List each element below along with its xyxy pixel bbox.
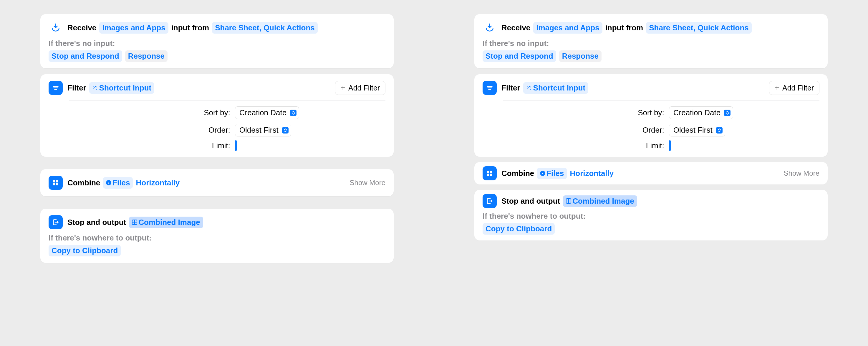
no-input-response-token[interactable]: Response xyxy=(125,50,167,62)
output-fallback-token[interactable]: Copy to Clipboard xyxy=(483,223,555,235)
no-input-response-token[interactable]: Response xyxy=(559,50,601,62)
sort-by-label: Sort by: xyxy=(638,108,664,117)
combine-mode-token[interactable]: Horizontally xyxy=(570,168,614,179)
filter-form: Sort by:Creation DateOrder:Oldest FirstL… xyxy=(49,106,385,150)
plus-icon: + xyxy=(775,84,779,92)
no-input-action-token[interactable]: Stop and Respond xyxy=(483,50,556,62)
combine-files-token[interactable]: •Files xyxy=(103,177,133,189)
filter-header-row: FilterShortcut Input+Add Filter xyxy=(49,81,385,95)
filter-card[interactable]: FilterShortcut Input+Add FilterSort by:C… xyxy=(474,74,828,157)
output-card[interactable]: Stop and outputCombined ImageIf there's … xyxy=(40,209,394,263)
filter-title: Filter xyxy=(67,83,86,92)
nowhere-output-label: If there's nowhere to output: xyxy=(49,233,385,242)
filter-form: Sort by:Creation DateOrder:Oldest FirstL… xyxy=(483,106,819,150)
variable-dot-icon: • xyxy=(540,171,545,176)
svg-rect-17 xyxy=(490,174,492,176)
add-filter-button[interactable]: +Add Filter xyxy=(335,81,385,95)
workflow-connector xyxy=(217,196,217,209)
workflow-connector xyxy=(217,157,217,169)
svg-point-12 xyxy=(527,86,527,86)
receive-sources-token[interactable]: Share Sheet, Quick Actions xyxy=(646,22,752,34)
workflow-connector xyxy=(651,68,651,74)
limit-label: Limit: xyxy=(204,141,230,150)
receive-header-row: ReceiveImages and Appsinput fromShare Sh… xyxy=(49,21,385,35)
show-more-button[interactable]: Show More xyxy=(784,169,819,177)
combine-card[interactable]: Combine•FilesHorizontallyShow More xyxy=(40,169,394,196)
filter-header-row: FilterShortcut Input+Add Filter xyxy=(483,81,819,95)
image-result-icon xyxy=(132,220,137,225)
receive-sources-token[interactable]: Share Sheet, Quick Actions xyxy=(212,22,318,34)
output-fallback-row: Copy to Clipboard xyxy=(483,223,819,235)
select-stepper-icon xyxy=(290,110,297,116)
receive-middle-text: input from xyxy=(606,23,643,32)
receive-card[interactable]: ReceiveImages and Appsinput fromShare Sh… xyxy=(40,14,394,68)
combine-title: Combine xyxy=(67,178,100,188)
filter-divider xyxy=(503,100,819,100)
output-icon xyxy=(49,215,63,229)
output-card[interactable]: Stop and outputCombined ImageIf there's … xyxy=(474,190,828,240)
no-input-row: Stop and RespondResponse xyxy=(49,50,385,62)
combine-mode-token[interactable]: Horizontally xyxy=(136,177,180,189)
workflow-connector xyxy=(217,8,217,14)
receive-icon xyxy=(483,21,497,35)
combine-files-token[interactable]: •Files xyxy=(537,168,567,179)
filter-icon xyxy=(49,81,63,95)
select-stepper-icon xyxy=(716,127,722,134)
magic-var-icon xyxy=(526,83,531,92)
workflow-column: ReceiveImages and Appsinput fromShare Sh… xyxy=(474,8,828,240)
show-more-button[interactable]: Show More xyxy=(350,179,385,187)
svg-rect-8 xyxy=(56,183,58,185)
svg-rect-5 xyxy=(53,180,55,182)
receive-types-token[interactable]: Images and Apps xyxy=(99,22,168,34)
combine-card[interactable]: Combine•FilesHorizontallyShow More xyxy=(474,162,828,184)
svg-rect-7 xyxy=(53,183,55,185)
filter-param-token[interactable]: Shortcut Input xyxy=(89,82,155,94)
shortcut-editor-pane: ReceiveImages and Appsinput fromShare Sh… xyxy=(434,0,868,346)
receive-header-row: ReceiveImages and Appsinput fromShare Sh… xyxy=(483,21,819,35)
output-fallback-token[interactable]: Copy to Clipboard xyxy=(49,245,121,256)
receive-title: Receive xyxy=(501,23,530,32)
combine-row: Combine•FilesHorizontallyShow More xyxy=(483,166,819,180)
output-param-token[interactable]: Combined Image xyxy=(563,195,637,207)
sort-by-label: Sort by: xyxy=(204,108,230,117)
order-label: Order: xyxy=(204,125,230,135)
combine-row: Combine•FilesHorizontallyShow More xyxy=(49,176,385,190)
svg-point-3 xyxy=(93,86,93,86)
workflow-connector xyxy=(651,8,651,14)
filter-title: Filter xyxy=(501,83,520,92)
variable-dot-icon: • xyxy=(106,180,111,185)
receive-types-token[interactable]: Images and Apps xyxy=(533,22,602,34)
receive-title: Receive xyxy=(67,23,96,32)
svg-rect-14 xyxy=(487,171,489,173)
no-input-action-token[interactable]: Stop and Respond xyxy=(49,50,122,62)
workflow-connector xyxy=(651,184,651,190)
workflow-connector xyxy=(217,68,217,74)
svg-point-13 xyxy=(530,89,531,90)
limit-label: Limit: xyxy=(638,141,664,150)
order-select[interactable]: Oldest First xyxy=(669,124,725,137)
output-fallback-row: Copy to Clipboard xyxy=(49,245,385,256)
filter-icon xyxy=(483,81,497,95)
output-header-row: Stop and outputCombined Image xyxy=(49,215,385,229)
order-label: Order: xyxy=(638,125,664,135)
limit-checkbox[interactable] xyxy=(235,140,237,151)
shortcut-editor-pane: ReceiveImages and Appsinput fromShare Sh… xyxy=(0,0,434,346)
svg-rect-15 xyxy=(490,171,492,173)
workflow-column: ReceiveImages and Appsinput fromShare Sh… xyxy=(40,8,394,263)
receive-card[interactable]: ReceiveImages and Appsinput fromShare Sh… xyxy=(474,14,828,68)
no-input-label: If there's no input: xyxy=(49,39,385,48)
filter-divider xyxy=(69,100,385,100)
add-filter-button[interactable]: +Add Filter xyxy=(769,81,819,95)
order-select[interactable]: Oldest First xyxy=(235,124,291,137)
combine-icon xyxy=(483,166,497,180)
sort-by-select[interactable]: Creation Date xyxy=(235,106,299,119)
receive-middle-text: input from xyxy=(172,23,209,32)
filter-card[interactable]: FilterShortcut Input+Add FilterSort by:C… xyxy=(40,74,394,157)
output-param-token[interactable]: Combined Image xyxy=(129,217,203,228)
combine-title: Combine xyxy=(501,169,534,178)
sort-by-select[interactable]: Creation Date xyxy=(669,106,733,119)
select-stepper-icon xyxy=(724,110,731,116)
limit-checkbox[interactable] xyxy=(669,140,671,151)
magic-var-icon xyxy=(92,83,97,92)
filter-param-token[interactable]: Shortcut Input xyxy=(523,82,589,94)
